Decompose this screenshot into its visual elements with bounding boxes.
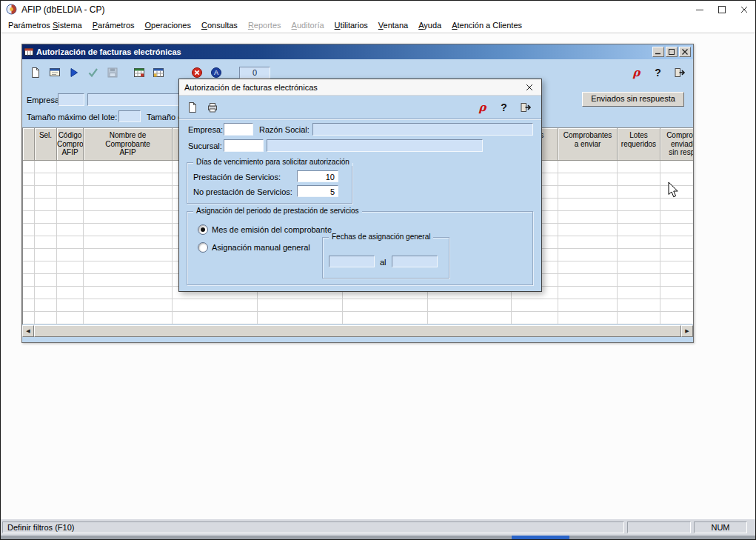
dialog-empresa-field[interactable] [224,123,253,136]
dialog-print-button[interactable] [203,98,221,116]
table-blue-icon [153,67,164,79]
column-header[interactable]: Sel. [35,128,57,161]
menu-item-ayuda[interactable]: Ayuda [413,19,446,32]
table-cell [660,299,693,312]
menu-item-parametros[interactable]: Parámetros [87,19,140,32]
taskbar-strip [1,536,755,540]
toolbar-separator [179,119,541,120]
minimize-icon[interactable] [689,1,711,18]
dialog-exit-button[interactable] [516,98,535,116]
dialog-close-icon[interactable] [518,79,541,95]
asignacion-groupbox: Asignación del periodo de prestación de … [187,211,533,285]
radio-asignacion-manual[interactable] [198,242,208,253]
table-cell [57,236,84,249]
exit-icon [520,101,532,113]
table-cell [57,287,84,299]
table-cell [618,161,660,173]
child-close-icon[interactable] [679,47,691,57]
new-button[interactable] [26,64,44,82]
table-green-icon [133,67,145,79]
run-button[interactable] [64,64,83,82]
empresa-label: Empresa: [27,96,61,104]
table-cell [57,173,84,186]
menu-item-auditoria: Auditoría [287,19,330,32]
enviados-sin-respuesta-button[interactable]: Enviados sin respuesta [582,92,684,107]
column-header[interactable]: Código Comprob. AFIP [57,128,84,161]
column-header[interactable] [23,128,35,161]
table-row[interactable] [23,312,693,324]
table-cell [618,199,660,211]
help-button[interactable]: ? [649,64,667,82]
no-prestacion-dias-field[interactable]: 5 [297,185,338,197]
close-icon[interactable] [733,1,755,18]
dialog-titlebar[interactable]: Autorización de facturas electrónicas [179,79,541,96]
table-cell [558,312,618,324]
column-header[interactable]: Comproba enviado sin respu [660,128,693,161]
filter-button[interactable]: ρ [627,64,646,82]
table-cell [618,274,660,287]
red-x-circle-icon [191,67,203,79]
menu-item-operaciones[interactable]: Operaciones [140,19,196,32]
dialog-help-button[interactable]: ? [495,98,513,116]
table-cell [660,261,693,274]
sucursal-field[interactable] [224,139,264,152]
column-header[interactable]: Lotes requeridos [618,128,660,161]
prestacion-dias-field[interactable]: 10 [297,170,338,182]
exit-button[interactable] [670,64,689,82]
radio-mes-emision[interactable] [198,224,208,235]
dialog-filter-button[interactable]: ρ [473,98,492,116]
menu-item-consultas[interactable]: Consultas [196,19,243,32]
column-header[interactable]: Nombre de Comprobante AFIP [84,128,173,161]
table-cell [35,261,57,274]
dialog-new-button[interactable] [183,98,201,116]
sucursal-name-field [267,139,483,152]
results-grid-button[interactable] [149,64,167,82]
child-maximize-icon[interactable] [666,47,678,57]
table-cell [57,224,84,236]
table-cell [23,236,35,249]
autorizacion-dialog: Autorización de facturas electrónicas ρ … [178,79,542,292]
table-cell [558,173,618,186]
form-icon [49,67,61,79]
table-cell [23,199,35,211]
table-cell [35,287,57,299]
scroll-right-icon[interactable]: ▶ [681,325,693,337]
table-cell [35,173,57,186]
table-cell [618,211,660,224]
table-cell [35,312,57,324]
table-cell [84,299,173,312]
child-minimize-icon[interactable] [652,47,664,57]
app-icon[interactable] [6,4,17,15]
table-cell [84,261,173,274]
table-cell [57,186,84,199]
column-header[interactable]: Comprobantes a enviar [558,128,618,161]
new-doc-icon [30,67,41,79]
table-cell [84,249,173,261]
status-panel-empty [627,521,691,533]
printer-icon [207,101,218,113]
table-cell [84,199,173,211]
menu-item-ventana[interactable]: Ventana [373,19,413,32]
table-cell [558,186,618,199]
menu-item-atencion-a-clientes[interactable]: Atención a Clientes [446,19,527,32]
maximize-icon[interactable] [711,1,733,18]
table-cell [35,299,57,312]
mouse-cursor [667,181,680,199]
menu-item-utilitarios[interactable]: Utilitarios [330,19,373,32]
exit-icon [674,67,686,79]
table-cell [84,236,173,249]
properties-button[interactable] [45,64,64,82]
scroll-thumb[interactable] [34,325,681,337]
fechas-legend: Fechas de asignación general [329,233,433,241]
horizontal-scrollbar[interactable]: ◀ ▶ [22,325,693,337]
table-cell [35,211,57,224]
batch-grid-button[interactable] [130,64,148,82]
scroll-left-icon[interactable]: ◀ [22,325,34,337]
table-cell [57,161,84,173]
filter-icon: ρ [633,66,640,79]
table-row[interactable] [23,299,693,312]
status-bar: Definir filtros (F10) NUM [1,519,755,536]
child-titlebar[interactable]: Autorización de facturas electrónicas [22,44,693,59]
menu-item-parametros-sistema[interactable]: Parámetros Sistema [3,19,87,32]
lote-counter: 0 [239,67,270,79]
